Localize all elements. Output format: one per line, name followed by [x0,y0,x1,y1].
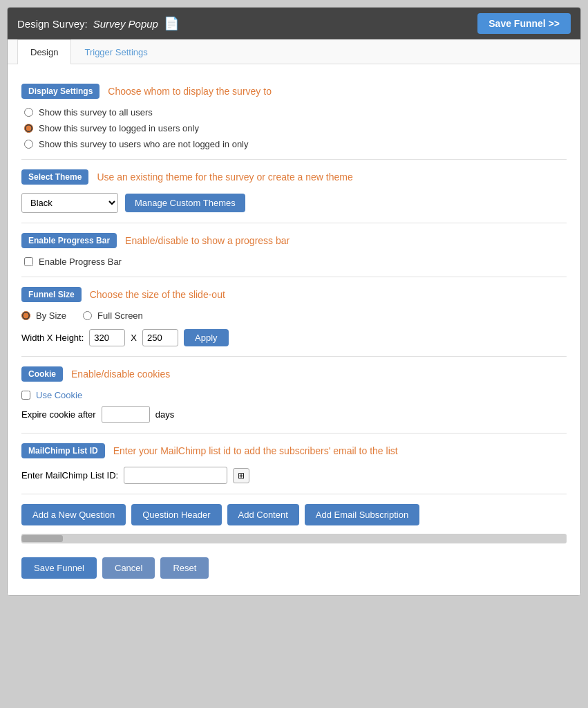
manage-custom-themes-button[interactable]: Manage Custom Themes [125,194,245,212]
theme-select[interactable]: Black White Blue Red [21,193,118,213]
save-funnel-button[interactable]: Save Funnel >> [477,13,571,34]
funnel-size-section: Funnel Size Choose the size of the slide… [21,277,567,357]
display-settings-options: Show this survey to all users Show this … [21,107,567,149]
display-settings-badge: Display Settings [21,84,99,99]
apply-button[interactable]: Apply [184,329,229,346]
width-height-label: Width X Height: [21,333,84,343]
cookie-section: Cookie Enable/disable cookies Use Cookie… [21,357,567,434]
content-area: Design Trigger Settings Display Settings… [8,39,580,595]
width-input[interactable] [89,329,125,346]
radio-all-users[interactable]: Show this survey to all users [24,107,567,118]
main-content: Display Settings Choose whom to display … [8,64,580,595]
progress-bar-checkbox[interactable] [24,257,33,266]
select-theme-section: Select Theme Use an existing theme for t… [21,160,567,223]
mailchimp-header: MailChimp List ID Enter your MailChimp l… [21,443,567,458]
funnel-size-options: By Size Full Screen [21,310,567,321]
tabs-container: Design Trigger Settings [8,39,580,64]
title-prefix: Design Survey: [17,18,88,30]
width-height-row: Width X Height: X Apply [21,329,567,346]
mailchimp-input[interactable] [124,467,227,484]
x-label: X [131,333,137,343]
mailchimp-desc: Enter your MailChimp list id to add the … [113,445,398,456]
cancel-button[interactable]: Cancel [102,557,155,579]
add-email-subscription-button[interactable]: Add Email Subscription [305,504,419,525]
reset-button[interactable]: Reset [160,557,209,579]
question-header-button[interactable]: Question Header [131,504,221,525]
save-funnel-bottom-button[interactable]: Save Funnel [21,557,97,579]
progress-bar-checkbox-row[interactable]: Enable Progress Bar [21,257,567,267]
title-bar-left: Design Survey: Survey Popup 📄 [17,16,179,31]
select-theme-desc: Use an existing theme for the survey or … [97,171,352,183]
radio-by-size[interactable]: By Size [21,310,66,321]
expire-label: Expire cookie after [21,409,96,420]
cookie-badge: Cookie [21,366,63,382]
use-cookie-checkbox[interactable] [21,391,30,400]
display-settings-section: Display Settings Choose whom to display … [21,74,567,160]
scrollbar-thumb[interactable] [21,535,63,542]
theme-row: Black White Blue Red Manage Custom Theme… [21,193,567,213]
file-icon: 📄 [164,16,179,31]
use-cookie-label: Use Cookie [36,390,82,400]
progress-bar-section: Enable Progress Bar Enable/disable to sh… [21,223,567,277]
tab-design[interactable]: Design [17,39,71,64]
use-cookie-row: Use Cookie [21,390,567,400]
display-settings-desc: Choose whom to display the survey to [108,86,272,97]
mailchimp-section: MailChimp List ID Enter your MailChimp l… [21,434,567,494]
survey-title: Survey Popup [93,18,158,30]
mailchimp-row: Enter MailChimp List ID: ⊞ [21,467,567,484]
expire-input[interactable] [102,406,150,423]
action-buttons: Add a New Question Question Header Add C… [21,494,567,531]
progress-bar-desc: Enable/disable to show a progress bar [125,235,290,246]
select-theme-header: Select Theme Use an existing theme for t… [21,169,567,185]
tab-trigger-settings[interactable]: Trigger Settings [71,39,160,64]
add-new-question-button[interactable]: Add a New Question [21,504,126,525]
mailchimp-input-label: Enter MailChimp List ID: [21,470,118,481]
height-input[interactable] [142,329,178,346]
radio-full-screen[interactable]: Full Screen [83,310,143,321]
cookie-desc: Enable/disable cookies [71,369,170,380]
funnel-size-badge: Funnel Size [21,287,82,302]
mailchimp-icon[interactable]: ⊞ [233,468,249,483]
add-content-button[interactable]: Add Content [227,504,299,525]
scrollbar-area[interactable] [21,534,567,543]
title-bar: Design Survey: Survey Popup 📄 Save Funne… [8,8,580,39]
progress-bar-header: Enable Progress Bar Enable/disable to sh… [21,233,567,248]
mailchimp-badge: MailChimp List ID [21,443,105,458]
progress-bar-label: Enable Progress Bar [39,257,122,267]
radio-not-logged-in[interactable]: Show this survey to users who are not lo… [24,139,567,149]
app-window: Design Survey: Survey Popup 📄 Save Funne… [7,7,581,596]
progress-bar-badge: Enable Progress Bar [21,233,117,248]
radio-logged-in[interactable]: Show this survey to logged in users only [24,123,567,133]
bottom-buttons: Save Funnel Cancel Reset [21,550,567,586]
expire-suffix: days [155,409,174,420]
expire-row: Expire cookie after days [21,406,567,423]
funnel-size-desc: Choose the size of the slide-out [90,289,225,300]
display-settings-header: Display Settings Choose whom to display … [21,84,567,99]
funnel-size-header: Funnel Size Choose the size of the slide… [21,287,567,302]
select-theme-badge: Select Theme [21,169,88,185]
cookie-header: Cookie Enable/disable cookies [21,366,567,382]
